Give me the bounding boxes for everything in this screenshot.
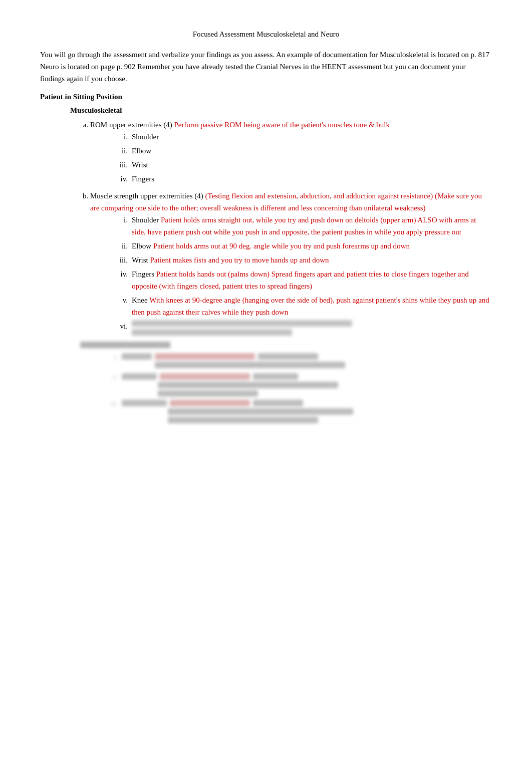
page-title: Focused Assessment Musculoskeletal and N… xyxy=(40,30,492,39)
list-item-b-ii: ii. Elbow Patient holds arms out at 90 d… xyxy=(110,240,492,252)
blurred-vi-content xyxy=(132,320,352,336)
sub-section-text: Musculoskeletal xyxy=(70,106,122,114)
item-a-red-text: Perform passive ROM being aware of the p… xyxy=(174,121,390,129)
list-item-b-vi: vi. xyxy=(110,320,492,336)
blurred-sublist: i. ii. xyxy=(100,353,492,423)
page-container: Focused Assessment Musculoskeletal and N… xyxy=(40,30,492,423)
list-item-b-i: i. Shoulder Patient holds arms straight … xyxy=(110,214,492,238)
item-b-sublist: i. Shoulder Patient holds arms straight … xyxy=(110,214,492,336)
list-item-a-iii: iii. Wrist xyxy=(110,159,492,171)
section-header: Patient in Sitting Position xyxy=(40,93,492,101)
sub-section-header: Musculoskeletal xyxy=(70,106,492,115)
list-item-a-ii: ii. Elbow xyxy=(110,145,492,157)
list-item-b-iii: iii. Wrist Patient makes fists and you t… xyxy=(110,254,492,266)
list-item-a: ROM upper extremities (4) Perform passiv… xyxy=(90,119,492,185)
list-item-a-iv: iv. Fingers xyxy=(110,173,492,185)
section-header-text: Patient in Sitting Position xyxy=(40,93,122,101)
list-item-b-iv: iv. Fingers Patient holds hands out (pal… xyxy=(110,268,492,292)
main-list: ROM upper extremities (4) Perform passiv… xyxy=(90,119,492,336)
blurred-item-3: iii. xyxy=(100,400,492,423)
intro-paragraph: You will go through the assessment and v… xyxy=(40,49,492,85)
blurred-item-2: ii. xyxy=(100,373,492,397)
blurred-item-1: i. xyxy=(100,353,492,370)
item-a-label: ROM upper extremities (4) xyxy=(90,121,172,129)
intro-text: You will go through the assessment and v… xyxy=(40,51,489,83)
list-item-b: Muscle strength upper extremities (4) (T… xyxy=(90,190,492,336)
item-b-label: Muscle strength upper extremities (4) xyxy=(90,192,203,200)
list-item-b-v: v. Knee With knees at 90-degree angle (h… xyxy=(110,294,492,318)
item-a-sublist: i. Shoulder ii. Elbow iii. Wrist iv. Fin… xyxy=(110,131,492,185)
blurred-lower-section: i. ii. xyxy=(80,342,492,423)
title-text: Focused Assessment Musculoskeletal and N… xyxy=(193,30,339,38)
list-item-a-i: i. Shoulder xyxy=(110,131,492,143)
